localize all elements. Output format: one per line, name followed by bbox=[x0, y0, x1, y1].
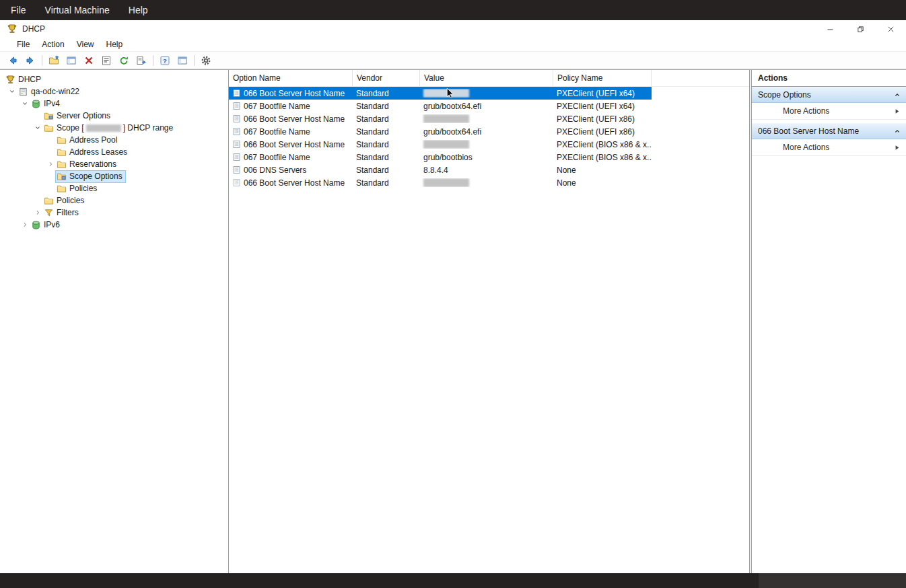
chevron-down-icon[interactable] bbox=[32, 124, 42, 132]
policy-cell: None bbox=[553, 178, 652, 188]
properties-button[interactable] bbox=[98, 53, 114, 68]
forward-icon bbox=[25, 55, 36, 66]
value-cell: 8.8.4.4 bbox=[420, 166, 553, 175]
tree-item-server-options[interactable]: Server Options bbox=[0, 110, 228, 122]
vm-menu-help[interactable]: Help bbox=[119, 0, 158, 20]
tree-item-reservations[interactable]: Reservations bbox=[0, 158, 228, 170]
server-icon bbox=[18, 87, 28, 97]
list-row[interactable]: 066 Boot Server Host Name Standard None bbox=[229, 176, 652, 189]
vm-bottom-bar-segment bbox=[759, 573, 906, 588]
toolbar bbox=[0, 52, 906, 69]
list-row[interactable]: 066 Boot Server Host Name Standard PXECl… bbox=[229, 138, 652, 151]
tree-item-scope[interactable]: Scope [] DHCP range bbox=[0, 122, 228, 134]
help-icon bbox=[160, 55, 170, 66]
more-actions-066-boot-server[interactable]: More Actions bbox=[752, 139, 906, 156]
list-row[interactable]: 067 Bootfile Name Standard grub/bootx64.… bbox=[229, 125, 652, 138]
menubar: File Action View Help bbox=[0, 38, 906, 52]
option-icon bbox=[232, 127, 241, 136]
chevron-right-icon[interactable] bbox=[20, 221, 30, 229]
more-actions-label: More Actions bbox=[783, 106, 829, 116]
tree-item-scope-options[interactable]: Scope Options bbox=[0, 170, 228, 182]
close-icon bbox=[886, 25, 895, 34]
restore-button[interactable] bbox=[845, 20, 876, 38]
show-console-tree-button[interactable] bbox=[174, 53, 190, 68]
chevron-down-icon[interactable] bbox=[7, 87, 17, 96]
value-cell bbox=[420, 89, 553, 98]
minimize-button[interactable] bbox=[815, 20, 845, 38]
value-cell bbox=[420, 114, 553, 123]
tree-item-label: IPv4 bbox=[44, 99, 60, 108]
option-icon bbox=[232, 153, 241, 161]
list-row[interactable]: 066 Boot Server Host Name Standard PXECl… bbox=[229, 87, 652, 100]
chevron-right-icon[interactable] bbox=[32, 209, 42, 217]
option-icon bbox=[232, 89, 241, 98]
menu-file[interactable]: File bbox=[11, 38, 36, 52]
export-list-button[interactable] bbox=[133, 53, 149, 68]
tree-item-filters[interactable]: Filters bbox=[0, 207, 228, 219]
list-header: Option Name Vendor Value Policy Name bbox=[229, 70, 749, 87]
tree-item-label: Reservations bbox=[69, 159, 116, 169]
tree-item-scope-policies[interactable]: Policies bbox=[0, 182, 228, 194]
settings-button[interactable] bbox=[198, 53, 214, 68]
menu-view[interactable]: View bbox=[71, 38, 100, 52]
options-folder-icon bbox=[44, 111, 54, 121]
up-one-level-button[interactable] bbox=[46, 53, 62, 68]
policy-cell: PXEClient (UEFI x86) bbox=[553, 114, 652, 124]
vendor-cell: Standard bbox=[353, 166, 420, 175]
chevron-up-icon[interactable] bbox=[893, 127, 901, 135]
more-actions-scope-options[interactable]: More Actions bbox=[752, 103, 906, 120]
menu-help[interactable]: Help bbox=[100, 38, 129, 52]
back-button[interactable] bbox=[5, 53, 21, 68]
actions-section-scope-options[interactable]: Scope Options bbox=[752, 87, 906, 103]
menu-action[interactable]: Action bbox=[36, 38, 70, 52]
vm-menu-virtual-machine[interactable]: Virtual Machine bbox=[36, 0, 119, 20]
show-console-window-button[interactable] bbox=[63, 53, 79, 68]
tree-item-server[interactable]: qa-odc-win22 bbox=[0, 85, 228, 98]
list-row[interactable]: 006 DNS Servers Standard 8.8.4.4 None bbox=[229, 163, 652, 176]
list-row[interactable]: 066 Boot Server Host Name Standard PXECl… bbox=[229, 112, 652, 125]
delete-button[interactable] bbox=[81, 53, 97, 68]
delete-x-icon bbox=[83, 55, 94, 66]
forward-button[interactable] bbox=[22, 53, 38, 68]
back-icon bbox=[7, 55, 18, 66]
tree-item-address-pool[interactable]: Address Pool bbox=[0, 134, 228, 146]
value-cell: grub/bootx64.efi bbox=[420, 127, 553, 137]
close-button[interactable] bbox=[876, 20, 906, 38]
vm-menu-file[interactable]: File bbox=[1, 0, 36, 20]
tree-item-ipv6[interactable]: IPv6 bbox=[0, 219, 228, 231]
option-name-cell: 066 Boot Server Host Name bbox=[229, 178, 353, 188]
option-icon bbox=[232, 140, 241, 149]
column-header-vendor[interactable]: Vendor bbox=[353, 70, 420, 86]
policy-cell: PXEClient (BIOS x86 & x... bbox=[553, 153, 652, 162]
refresh-button[interactable] bbox=[116, 53, 132, 68]
column-header-policy-name[interactable]: Policy Name bbox=[553, 70, 652, 86]
tree-item-dhcp-root[interactable]: DHCP bbox=[0, 73, 228, 85]
folder-icon bbox=[57, 184, 67, 194]
option-name-cell: 067 Bootfile Name bbox=[229, 127, 353, 137]
actions-section-066-boot-server[interactable]: 066 Boot Server Host Name bbox=[752, 123, 906, 139]
tree-item-policies[interactable]: Policies bbox=[0, 194, 228, 207]
policy-cell: PXEClient (BIOS x86 & x... bbox=[553, 140, 652, 149]
vendor-cell: Standard bbox=[353, 153, 420, 162]
column-header-option-name[interactable]: Option Name bbox=[229, 70, 353, 86]
chevron-up-icon[interactable] bbox=[893, 91, 901, 99]
chevron-down-icon[interactable] bbox=[20, 100, 30, 108]
vendor-cell: Standard bbox=[353, 102, 420, 111]
folder-icon bbox=[57, 147, 67, 157]
list-row[interactable]: 067 Bootfile Name Standard grub/bootbios… bbox=[229, 151, 652, 163]
chevron-right-icon[interactable] bbox=[45, 160, 55, 168]
ipv4-database-icon bbox=[31, 99, 41, 109]
results-pane: Option Name Vendor Value Policy Name 066… bbox=[229, 70, 750, 573]
help-button[interactable] bbox=[157, 53, 173, 68]
tree-item-label: IPv6 bbox=[44, 220, 60, 229]
tree-item-label: Address Leases bbox=[69, 147, 127, 157]
list-row[interactable]: 067 Bootfile Name Standard grub/bootx64.… bbox=[229, 100, 652, 112]
window-title: DHCP bbox=[22, 24, 45, 34]
tree-item-ipv4[interactable]: IPv4 bbox=[0, 98, 228, 110]
tree-item-address-leases[interactable]: Address Leases bbox=[0, 146, 228, 158]
actions-section-title: 066 Boot Server Host Name bbox=[758, 126, 859, 136]
dhcp-root-icon bbox=[5, 75, 15, 85]
option-name-cell: 066 Boot Server Host Name bbox=[229, 140, 353, 149]
column-header-value[interactable]: Value bbox=[420, 70, 553, 86]
actions-pane-title: Actions bbox=[752, 70, 906, 87]
